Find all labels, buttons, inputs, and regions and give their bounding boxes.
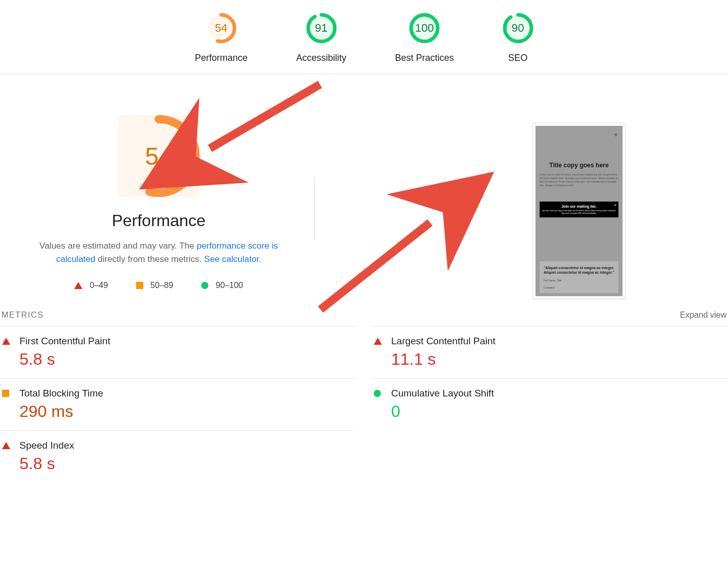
metrics-heading: METRICS: [2, 311, 44, 320]
score-tab-best-practices[interactable]: 100 Best Practices: [395, 13, 454, 63]
performance-section: 54 Performance Values are estimated and …: [0, 74, 728, 290]
score-gauge: 90: [503, 13, 533, 43]
triangle-red-icon: [2, 442, 10, 449]
metric-value: 5.8 s: [19, 454, 74, 473]
metric-row[interactable]: First Contentful Paint 5.8 s: [0, 326, 356, 378]
hamburger-icon: ≡: [614, 132, 617, 138]
see-calculator-link[interactable]: See calculator.: [204, 254, 262, 264]
preview-body-text: Lorem ipsum dolor sit amet, consectetur …: [540, 173, 618, 187]
metric-row[interactable]: Cumulative Layout Shift 0: [372, 378, 728, 430]
legend-range: 90–100: [216, 281, 243, 290]
metric-value: 5.8 s: [19, 350, 110, 369]
performance-description: Values are estimated and may vary. The p…: [0, 239, 317, 266]
metric-name: First Contentful Paint: [19, 336, 110, 347]
triangle-red-icon: [374, 338, 382, 345]
desc-text: Values are estimated and may vary. The: [39, 241, 197, 251]
preview-banner-subtitle: Join the club and stay in the loop: be t…: [542, 209, 616, 214]
preview-popup-banner: × Join our mailing list. Join the club a…: [540, 202, 618, 217]
score-label: Best Practices: [395, 53, 454, 63]
annotation-arrow-icon: [316, 215, 439, 314]
preview-banner-title: Join our mailing list.: [542, 205, 616, 208]
score-label: Accessibility: [296, 53, 346, 63]
metric-value: 0: [391, 402, 494, 421]
triangle-red-icon: [2, 338, 10, 345]
square-orange-icon: [136, 282, 143, 289]
metric-value: 290 ms: [19, 402, 103, 421]
metric-name: Cumulative Layout Shift: [391, 388, 494, 399]
desc-text-mid: directly from these metrics.: [95, 254, 204, 264]
metric-name: Speed Index: [19, 440, 74, 451]
score-label: SEO: [508, 53, 528, 63]
preview-headline: Title copy goes here: [536, 162, 623, 169]
score-value: 90: [511, 21, 524, 35]
score-legend: 0–49 50–89 90–100: [0, 281, 317, 290]
page-screenshot-preview: ≡ Title copy goes here Lorem ipsum dolor…: [532, 123, 626, 299]
metric-row[interactable]: Speed Index 5.8 s: [0, 430, 356, 482]
legend-poor: 0–49: [74, 281, 108, 290]
performance-title: Performance: [0, 211, 317, 230]
close-icon: ×: [614, 203, 616, 207]
score-value: 54: [215, 21, 227, 35]
metric-row[interactable]: Total Blocking Time 290 ms: [0, 378, 356, 430]
legend-good: 90–100: [201, 281, 243, 290]
legend-range: 50–89: [151, 281, 174, 290]
performance-score-value: 54: [145, 142, 172, 170]
metric-name: Largest Contentful Paint: [391, 336, 496, 347]
vertical-divider: [314, 176, 315, 240]
score-label: Performance: [195, 53, 247, 63]
triangle-red-icon: [74, 282, 82, 289]
score-value: 100: [415, 21, 434, 35]
metrics-header: METRICS Expand view: [0, 311, 728, 320]
top-scores-row: 54 Performance 91 Accessibility 100 Best…: [0, 0, 728, 74]
performance-summary: 54 Performance Values are estimated and …: [0, 115, 317, 290]
circle-green-icon: [374, 390, 381, 397]
metrics-grid: First Contentful Paint 5.8 s Total Block…: [0, 326, 728, 482]
score-tab-seo[interactable]: 90 SEO: [503, 13, 533, 63]
preview-quote-text: "Aliquet consectetur id magna ac integer…: [544, 266, 614, 275]
score-tab-accessibility[interactable]: 91 Accessibility: [296, 13, 346, 63]
preview-quote-name: Full Name, Title: [544, 279, 614, 282]
preview-testimonial: "Aliquet consectetur id magna ac integer…: [540, 261, 618, 293]
metric-value: 11.1 s: [391, 350, 496, 369]
metric-row[interactable]: Largest Contentful Paint 11.1 s: [372, 326, 728, 378]
legend-range: 0–49: [90, 281, 108, 290]
legend-needs-improvement: 50–89: [136, 281, 174, 290]
metric-name: Total Blocking Time: [19, 388, 103, 399]
score-value: 91: [315, 21, 327, 35]
metrics-column-left: First Contentful Paint 5.8 s Total Block…: [0, 326, 356, 482]
metrics-column-right: Largest Contentful Paint 11.1 s Cumulati…: [372, 326, 728, 482]
score-gauge: 100: [409, 13, 440, 43]
expand-view-button[interactable]: Expand view: [680, 311, 726, 320]
svg-line-11: [320, 223, 430, 309]
square-orange-icon: [2, 390, 9, 397]
performance-gauge-large: 54: [118, 115, 200, 197]
score-gauge: 91: [306, 13, 337, 43]
score-tab-performance[interactable]: 54 Performance: [195, 13, 247, 63]
preview-quote-company: Company: [544, 286, 614, 289]
circle-green-icon: [201, 282, 208, 289]
score-gauge: 54: [206, 13, 237, 43]
